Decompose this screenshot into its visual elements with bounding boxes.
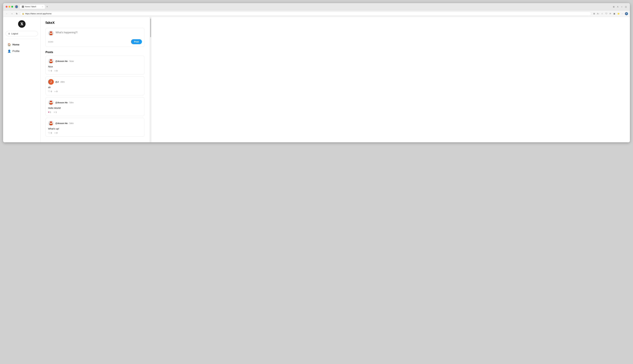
like-button[interactable]: ♡ 0 (48, 70, 52, 72)
post-header: @Anson He · 54m (48, 120, 142, 126)
post-input[interactable] (56, 30, 142, 37)
post-username: @J (55, 81, 59, 83)
svg-rect-22 (50, 122, 52, 124)
post-header: J @J · 49m (48, 79, 142, 85)
composer-avatar (48, 30, 54, 36)
tab-bar: Home / fakeX × + (20, 5, 610, 9)
collections-icon[interactable]: ⭐ (617, 12, 620, 15)
svg-rect-17 (50, 104, 52, 104)
sidebar-item-profile[interactable]: 👤 Profile (6, 48, 38, 54)
comment-count: 0 (56, 70, 58, 72)
refresh-button[interactable]: ↻ (15, 12, 19, 16)
font-size-icon[interactable]: A↑ (596, 12, 600, 15)
minimize-traffic-light[interactable] (9, 6, 10, 8)
post-username: @Anson He (55, 122, 68, 124)
post-actions: ♥ 1 ○ 1 (48, 111, 142, 113)
sidebar-item-home[interactable]: 🏠 Home (6, 42, 38, 48)
like-button[interactable]: ♡ 0 (48, 132, 52, 134)
post-avatar-letter: J (48, 79, 54, 85)
close-traffic-light[interactable] (6, 6, 8, 8)
logout-label: Logout (11, 32, 18, 35)
heart-icon: ♡ (48, 70, 50, 72)
reader-icon[interactable]: A (616, 5, 619, 8)
comment-button[interactable]: ○ 0 (54, 90, 58, 93)
tab-title: Home / fakeX (25, 6, 36, 8)
like-button[interactable]: ♥ 1 (48, 111, 51, 113)
post-card: @Anson He · Now Nice ♡ 0 ○ 0 (46, 56, 145, 74)
back-button[interactable]: ← (5, 12, 9, 16)
svg-rect-10 (50, 60, 52, 62)
comment-button[interactable]: ○ 0 (54, 70, 58, 72)
comment-button[interactable]: ○ 1 (54, 111, 57, 113)
new-tab-button[interactable]: + (46, 5, 49, 8)
star-bookmark-icon[interactable]: ☆ (600, 12, 604, 15)
profile-icon[interactable]: M (625, 12, 628, 15)
post-meta: @Anson He · Now (55, 60, 74, 62)
tab-close-button[interactable]: × (42, 6, 43, 8)
post-body: Hello World! (48, 107, 142, 109)
page-title: fakeX (46, 21, 145, 25)
split-view-icon[interactable]: ▣ (613, 12, 616, 15)
like-button[interactable]: ♡ 0 (48, 90, 52, 93)
composer-footer: 0/280 Post (48, 39, 142, 44)
svg-rect-13 (52, 61, 53, 62)
extensions-toolbar-icon[interactable]: ⊞ (592, 12, 596, 15)
post-header: @Anson He · Now (48, 58, 142, 64)
address-bar[interactable]: 🔒 https://fakex.vercel.app/home (20, 12, 591, 16)
post-time: · 49m (59, 81, 65, 83)
adblock-icon[interactable]: 🛡 (605, 12, 608, 15)
post-username: @Anson He (55, 101, 68, 104)
like-count: 0 (51, 70, 52, 72)
browser-toolbar: ← → ↻ 🔒 https://fakex.vercel.app/home ⊞ … (3, 10, 630, 17)
post-avatar (48, 120, 54, 126)
extensions-icon[interactable]: ⊞ (612, 5, 615, 8)
comment-icon: ○ (54, 111, 55, 113)
forward-button[interactable]: → (10, 12, 14, 16)
post-meta: @Anson He · 54m (55, 101, 74, 104)
svg-rect-5 (50, 34, 52, 35)
post-avatar-svg (48, 120, 54, 126)
home-icon: 🏠 (8, 43, 11, 46)
comment-count: 0 (56, 90, 58, 93)
svg-rect-16 (50, 102, 52, 104)
sidebar-toggle-icon[interactable]: ◫ (624, 5, 627, 8)
comment-button[interactable]: ○ 0 (54, 132, 58, 134)
like-count: 0 (51, 90, 52, 93)
maximize-traffic-light[interactable] (11, 6, 13, 8)
refresh-icon[interactable]: ⟳ (609, 12, 612, 15)
post-avatar-svg (48, 100, 54, 106)
browser-window: 👤 Home / fakeX × + ⊞ A ☆ ◫ ← → ↻ 🔒 https… (3, 3, 630, 142)
svg-rect-25 (52, 124, 53, 125)
browser-user-avatar: 👤 (15, 5, 18, 8)
svg-rect-11 (50, 62, 52, 63)
lock-icon: 🔒 (22, 12, 24, 15)
url-text: https://fakex.vercel.app/home (25, 12, 52, 15)
comment-count: 0 (56, 132, 58, 134)
sidebar-home-label: Home (13, 43, 19, 46)
logout-icon: ⊙ (8, 32, 10, 35)
posts-section-title: Posts (46, 50, 145, 54)
logout-button[interactable]: ⊙ Logout (6, 31, 38, 36)
post-avatar (48, 58, 54, 64)
post-time: · 54m (68, 101, 74, 104)
tab-favicon (22, 6, 24, 8)
scrollbar-thumb[interactable] (150, 18, 151, 37)
bookmark-star-icon[interactable]: ☆ (620, 5, 623, 8)
post-body: Nice (48, 65, 142, 68)
post-time: · Now (68, 60, 74, 62)
titlebar-actions: ⊞ A ☆ ◫ (612, 5, 627, 8)
svg-rect-19 (52, 103, 53, 104)
app-logo-icon: 𝕏 (18, 20, 26, 28)
browser-content: 𝕏 ⊙ Logout 🏠 Home 👤 Profile fakeX (3, 17, 630, 142)
sidebar-divider (6, 39, 38, 39)
active-tab[interactable]: Home / fakeX × (20, 5, 45, 9)
heart-icon: ♡ (48, 132, 50, 134)
post-button[interactable]: Post (131, 39, 142, 44)
svg-rect-23 (50, 124, 52, 125)
post-username: @Anson He (55, 60, 68, 62)
sidebar: 𝕏 ⊙ Logout 🏠 Home 👤 Profile (3, 17, 41, 142)
post-actions: ♡ 0 ○ 0 (48, 132, 142, 134)
post-actions: ♡ 0 ○ 0 (48, 70, 142, 72)
main-content: fakeX (41, 17, 150, 142)
more-icon[interactable]: ··· (621, 12, 624, 15)
